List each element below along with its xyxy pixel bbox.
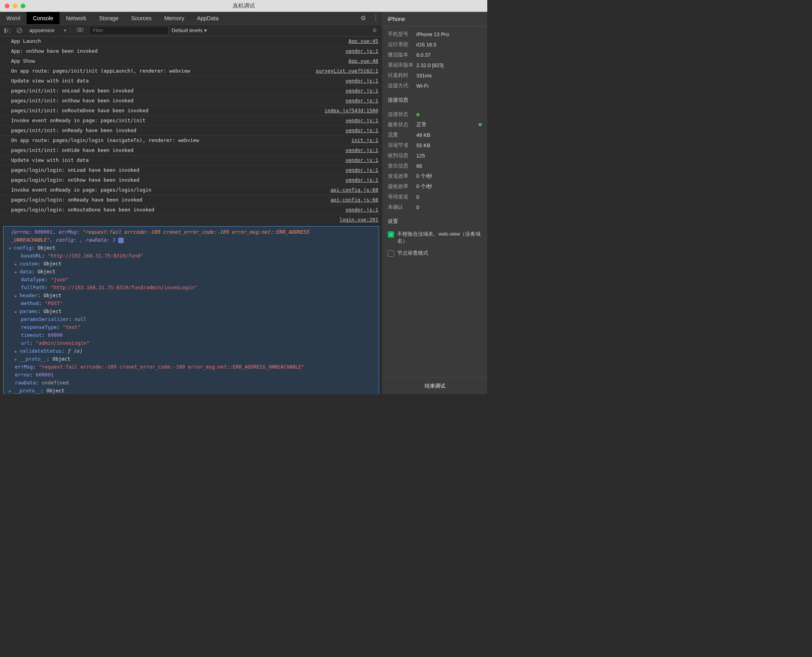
log-message: pages/init/init: onShow have been invoke… bbox=[11, 97, 342, 105]
log-message: On app route: pages/init/init (appLaunch… bbox=[11, 67, 312, 75]
filter-input[interactable] bbox=[89, 26, 169, 35]
log-row[interactable]: Update view with init datavendor.js:1 bbox=[0, 156, 382, 165]
log-source-link[interactable]: App.vue:48 bbox=[349, 57, 378, 65]
log-message: On app route: pages/login/login (navigat… bbox=[11, 136, 348, 144]
svg-marker-2 bbox=[7, 29, 9, 32]
device-info-row: 微信版本8.0.37 bbox=[382, 50, 487, 60]
connection-info-row: 接收效率0 个/秒 bbox=[382, 181, 487, 192]
connection-info-row: 压缩节省55 KB bbox=[382, 140, 487, 150]
log-source-link[interactable]: login.vue:201 bbox=[339, 216, 378, 224]
checkbox-inspect-mode[interactable]: 节点审查模式 bbox=[382, 247, 487, 259]
connection-info-row: 发出信息66 bbox=[382, 161, 487, 171]
log-source-link[interactable]: vendor.js:1 bbox=[345, 176, 378, 184]
log-row[interactable]: App LaunchApp.vue:45 bbox=[0, 36, 382, 46]
connection-info-row: 未确认0 bbox=[382, 202, 487, 212]
device-name: iPhone bbox=[382, 12, 487, 27]
log-message: pages/init/init: onLoad have been invoke… bbox=[11, 87, 342, 95]
device-sidebar: iPhone 手机型号iPhone 13 Pro运行系统iOS 16.5微信版本… bbox=[382, 12, 487, 394]
log-source-link[interactable]: vendor.js:1 bbox=[345, 166, 378, 174]
log-source-link[interactable]: surveyList.vue?5162:1 bbox=[316, 67, 378, 75]
clear-console-icon[interactable] bbox=[15, 26, 24, 35]
log-row[interactable]: pages/login/login: onRouteDone have been… bbox=[0, 205, 382, 215]
more-icon[interactable]: ⋮ bbox=[370, 12, 382, 24]
log-source-link[interactable]: index.js?543d:1560 bbox=[325, 107, 378, 115]
log-message: pages/login/login: onRouteDone have been… bbox=[11, 206, 342, 214]
window-title: 真机调试 bbox=[233, 2, 255, 10]
log-row[interactable]: On app route: pages/login/login (navigat… bbox=[0, 136, 382, 146]
log-source-link[interactable]: vendor.js:1 bbox=[345, 47, 378, 55]
log-row[interactable]: pages/login/login: onShow have been invo… bbox=[0, 175, 382, 185]
log-message: pages/login/login: onShow have been invo… bbox=[11, 176, 342, 184]
log-source-link[interactable]: vendor.js:1 bbox=[345, 97, 378, 105]
log-message: Invoke event onReady in page: pages/init… bbox=[11, 117, 342, 125]
tab-memory[interactable]: Memory bbox=[158, 12, 191, 24]
connection-info-row: 等待发送0 bbox=[382, 192, 487, 202]
log-levels-selector[interactable]: Default levels▾ bbox=[172, 27, 207, 33]
tab-appdata[interactable]: AppData bbox=[191, 12, 225, 24]
log-source-link[interactable]: api-config.js:68 bbox=[331, 196, 378, 204]
error-object[interactable]: {errno: 600001, errMsg: "request:fail er… bbox=[3, 226, 379, 394]
gear-icon[interactable]: ⚙ bbox=[357, 12, 370, 24]
log-source-link[interactable]: vendor.js:1 bbox=[345, 117, 378, 125]
log-row[interactable]: Invoke event onReady in page: pages/init… bbox=[0, 116, 382, 126]
connection-info-row: 收到信息125 bbox=[382, 150, 487, 161]
device-info-row: 手机型号iPhone 13 Pro bbox=[382, 29, 487, 39]
maximize-window-button[interactable] bbox=[21, 4, 25, 8]
log-source-link[interactable]: vendor.js:1 bbox=[345, 127, 378, 134]
log-message: Update view with init data bbox=[11, 77, 342, 85]
checkbox-skip-domain[interactable]: ✓ 不校验合法域名、web-view（业务域名） bbox=[382, 228, 487, 247]
log-row[interactable]: On app route: pages/init/init (appLaunch… bbox=[0, 66, 382, 76]
log-source-link[interactable]: init.js:1 bbox=[351, 136, 378, 144]
log-message: App Show bbox=[11, 57, 345, 65]
log-source-link[interactable]: vendor.js:1 bbox=[345, 77, 378, 85]
log-source-link[interactable]: vendor.js:1 bbox=[345, 87, 378, 95]
log-row[interactable]: pages/init/init: onReady have been invok… bbox=[0, 126, 382, 136]
log-source-link[interactable]: vendor.js:1 bbox=[345, 206, 378, 214]
log-message: App: onShow have been invoked bbox=[11, 47, 342, 55]
device-info-row: 往返耗时331ms bbox=[382, 70, 487, 81]
minimize-window-button[interactable] bbox=[13, 4, 17, 8]
connection-info-row: 连接状态 bbox=[382, 109, 487, 119]
tab-network[interactable]: Network bbox=[59, 12, 92, 24]
log-message: pages/init/init: onHide have been invoke… bbox=[11, 146, 342, 154]
live-expression-icon[interactable] bbox=[77, 27, 84, 33]
checkbox-icon: ✓ bbox=[388, 231, 394, 238]
tab-console[interactable]: Console bbox=[27, 12, 59, 24]
context-selector[interactable]: appservice bbox=[27, 27, 62, 34]
log-source-link[interactable]: App.vue:45 bbox=[349, 37, 378, 45]
log-message: pages/login/login: onLoad have been invo… bbox=[11, 166, 342, 174]
tab-wxml[interactable]: Wxml bbox=[0, 12, 27, 24]
titlebar: 真机调试 bbox=[0, 0, 487, 12]
svg-point-6 bbox=[79, 29, 81, 31]
log-row[interactable]: Invoke event onReady in page: pages/logi… bbox=[0, 185, 382, 195]
log-row[interactable]: Update view with init datavendor.js:1 bbox=[0, 76, 382, 86]
log-row[interactable]: App: onShow have been invokedvendor.js:1 bbox=[0, 46, 382, 56]
settings-title: 设置 bbox=[382, 215, 487, 228]
log-row[interactable]: pages/init/init: onShow have been invoke… bbox=[0, 96, 382, 106]
console-settings-icon[interactable]: ⚙ bbox=[370, 26, 379, 35]
log-source-link[interactable]: api-config.js:68 bbox=[331, 186, 378, 194]
close-window-button[interactable] bbox=[5, 4, 10, 8]
log-row[interactable]: pages/init/init: onRouteDone have been i… bbox=[0, 106, 382, 116]
toggle-sidebar-icon[interactable] bbox=[3, 26, 12, 35]
device-info-row: 基础库版本2.32.0 [923] bbox=[382, 60, 487, 70]
console-output[interactable]: App LaunchApp.vue:45App: onShow have bee… bbox=[0, 36, 382, 394]
log-row[interactable]: pages/login/login: onLoad have been invo… bbox=[0, 165, 382, 175]
log-source-link[interactable]: vendor.js:1 bbox=[345, 146, 378, 154]
log-message: pages/init/init: onReady have been invok… bbox=[11, 127, 342, 134]
log-row[interactable]: pages/init/init: onLoad have been invoke… bbox=[0, 86, 382, 96]
end-debug-button[interactable]: 结束调试 bbox=[382, 377, 487, 394]
log-message: pages/init/init: onRouteDone have been i… bbox=[11, 107, 322, 115]
connection-info-row: 服务状态正常 bbox=[382, 119, 487, 130]
log-row[interactable]: App ShowApp.vue:48 bbox=[0, 56, 382, 66]
svg-line-4 bbox=[18, 29, 21, 32]
device-info-row: 连接方式Wi-Fi bbox=[382, 81, 487, 91]
checkbox-icon bbox=[388, 250, 394, 257]
tab-storage[interactable]: Storage bbox=[93, 12, 125, 24]
log-message: Invoke event onReady in page: pages/logi… bbox=[11, 186, 327, 194]
log-source-link[interactable]: vendor.js:1 bbox=[345, 156, 378, 164]
tab-sources[interactable]: Sources bbox=[125, 12, 158, 24]
log-message: pages/login/login: onReady have been inv… bbox=[11, 196, 327, 204]
log-row[interactable]: pages/login/login: onReady have been inv… bbox=[0, 195, 382, 205]
log-row[interactable]: pages/init/init: onHide have been invoke… bbox=[0, 146, 382, 156]
